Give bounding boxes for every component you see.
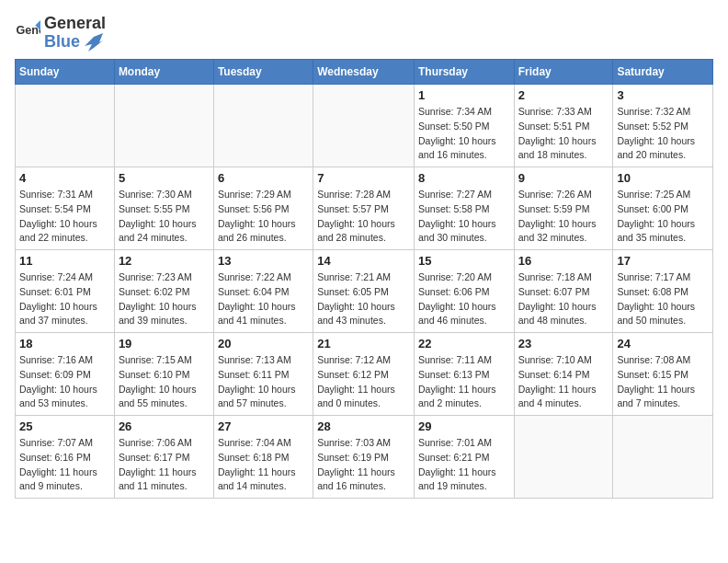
calendar-cell: 17Sunrise: 7:17 AM Sunset: 6:08 PM Dayli… bbox=[613, 250, 713, 333]
day-info: Sunrise: 7:06 AM Sunset: 6:17 PM Dayligh… bbox=[119, 436, 210, 494]
calendar-cell: 19Sunrise: 7:15 AM Sunset: 6:10 PM Dayli… bbox=[114, 333, 213, 416]
calendar-cell bbox=[514, 416, 613, 499]
day-info: Sunrise: 7:23 AM Sunset: 6:02 PM Dayligh… bbox=[119, 270, 210, 328]
logo-blue: Blue bbox=[44, 32, 80, 51]
day-number: 22 bbox=[418, 337, 510, 350]
day-number: 15 bbox=[418, 254, 510, 268]
day-info: Sunrise: 7:33 AM Sunset: 5:51 PM Dayligh… bbox=[518, 105, 609, 163]
day-info: Sunrise: 7:11 AM Sunset: 6:13 PM Dayligh… bbox=[418, 353, 510, 411]
day-info: Sunrise: 7:31 AM Sunset: 5:54 PM Dayligh… bbox=[19, 188, 110, 246]
logo-bird-icon bbox=[85, 33, 103, 52]
day-number: 24 bbox=[617, 337, 709, 350]
day-number: 27 bbox=[218, 419, 309, 433]
day-number: 8 bbox=[418, 171, 510, 185]
calendar-cell bbox=[613, 416, 713, 499]
day-info: Sunrise: 7:18 AM Sunset: 6:07 PM Dayligh… bbox=[518, 270, 609, 328]
day-number: 13 bbox=[218, 254, 309, 268]
day-info: Sunrise: 7:10 AM Sunset: 6:14 PM Dayligh… bbox=[518, 353, 609, 411]
day-number: 1 bbox=[418, 88, 510, 102]
calendar-cell: 5Sunrise: 7:30 AM Sunset: 5:55 PM Daylig… bbox=[114, 167, 213, 250]
day-info: Sunrise: 7:24 AM Sunset: 6:01 PM Dayligh… bbox=[19, 270, 110, 328]
calendar-cell bbox=[313, 85, 415, 167]
calendar-cell: 2Sunrise: 7:33 AM Sunset: 5:51 PM Daylig… bbox=[514, 85, 613, 167]
calendar-cell: 1Sunrise: 7:34 AM Sunset: 5:50 PM Daylig… bbox=[414, 85, 514, 167]
day-info: Sunrise: 7:07 AM Sunset: 6:16 PM Dayligh… bbox=[19, 436, 110, 494]
day-info: Sunrise: 7:12 AM Sunset: 6:12 PM Dayligh… bbox=[317, 353, 410, 411]
day-number: 3 bbox=[617, 88, 709, 102]
calendar-cell: 24Sunrise: 7:08 AM Sunset: 6:15 PM Dayli… bbox=[613, 333, 713, 416]
day-info: Sunrise: 7:03 AM Sunset: 6:19 PM Dayligh… bbox=[317, 436, 410, 494]
calendar-cell bbox=[213, 85, 313, 167]
calendar-cell: 12Sunrise: 7:23 AM Sunset: 6:02 PM Dayli… bbox=[114, 250, 213, 333]
day-number: 25 bbox=[19, 419, 110, 433]
header-saturday: Saturday bbox=[613, 60, 713, 85]
day-info: Sunrise: 7:22 AM Sunset: 6:04 PM Dayligh… bbox=[218, 270, 309, 328]
calendar-cell: 14Sunrise: 7:21 AM Sunset: 6:05 PM Dayli… bbox=[313, 250, 415, 333]
logo-general: General bbox=[44, 14, 106, 32]
header-tuesday: Tuesday bbox=[213, 60, 313, 85]
calendar-week-row: 11Sunrise: 7:24 AM Sunset: 6:01 PM Dayli… bbox=[16, 250, 713, 333]
calendar-table: SundayMondayTuesdayWednesdayThursdayFrid… bbox=[15, 59, 713, 499]
day-number: 16 bbox=[518, 254, 609, 268]
calendar-cell: 26Sunrise: 7:06 AM Sunset: 6:17 PM Dayli… bbox=[114, 416, 213, 499]
calendar-cell: 3Sunrise: 7:32 AM Sunset: 5:52 PM Daylig… bbox=[613, 85, 713, 167]
header-thursday: Thursday bbox=[414, 60, 514, 85]
logo: General General Blue bbox=[15, 15, 106, 52]
calendar-cell: 18Sunrise: 7:16 AM Sunset: 6:09 PM Dayli… bbox=[16, 333, 115, 416]
day-info: Sunrise: 7:08 AM Sunset: 6:15 PM Dayligh… bbox=[617, 353, 709, 411]
day-info: Sunrise: 7:01 AM Sunset: 6:21 PM Dayligh… bbox=[418, 436, 510, 494]
calendar-cell: 29Sunrise: 7:01 AM Sunset: 6:21 PM Dayli… bbox=[414, 416, 514, 499]
calendar-cell: 20Sunrise: 7:13 AM Sunset: 6:11 PM Dayli… bbox=[213, 333, 313, 416]
svg-marker-2 bbox=[85, 33, 103, 52]
day-number: 11 bbox=[19, 254, 110, 268]
calendar-cell: 23Sunrise: 7:10 AM Sunset: 6:14 PM Dayli… bbox=[514, 333, 613, 416]
day-number: 4 bbox=[19, 171, 110, 185]
page-header: General General Blue bbox=[15, 15, 713, 52]
calendar-week-row: 18Sunrise: 7:16 AM Sunset: 6:09 PM Dayli… bbox=[16, 333, 713, 416]
calendar-cell: 22Sunrise: 7:11 AM Sunset: 6:13 PM Dayli… bbox=[414, 333, 514, 416]
day-number: 21 bbox=[317, 337, 410, 350]
day-number: 23 bbox=[518, 337, 609, 350]
calendar-cell: 27Sunrise: 7:04 AM Sunset: 6:18 PM Dayli… bbox=[213, 416, 313, 499]
calendar-week-row: 4Sunrise: 7:31 AM Sunset: 5:54 PM Daylig… bbox=[16, 167, 713, 250]
day-info: Sunrise: 7:16 AM Sunset: 6:09 PM Dayligh… bbox=[19, 353, 110, 411]
day-info: Sunrise: 7:20 AM Sunset: 6:06 PM Dayligh… bbox=[418, 270, 510, 328]
day-number: 7 bbox=[317, 171, 410, 185]
day-number: 26 bbox=[119, 419, 210, 433]
calendar-cell: 6Sunrise: 7:29 AM Sunset: 5:56 PM Daylig… bbox=[213, 167, 313, 250]
day-info: Sunrise: 7:13 AM Sunset: 6:11 PM Dayligh… bbox=[218, 353, 309, 411]
calendar-cell: 21Sunrise: 7:12 AM Sunset: 6:12 PM Dayli… bbox=[313, 333, 415, 416]
day-number: 6 bbox=[218, 171, 309, 185]
day-number: 2 bbox=[518, 88, 609, 102]
day-number: 12 bbox=[119, 254, 210, 268]
calendar-cell: 4Sunrise: 7:31 AM Sunset: 5:54 PM Daylig… bbox=[16, 167, 115, 250]
day-number: 14 bbox=[317, 254, 410, 268]
day-number: 10 bbox=[617, 171, 709, 185]
day-number: 17 bbox=[617, 254, 709, 268]
calendar-header-row: SundayMondayTuesdayWednesdayThursdayFrid… bbox=[16, 60, 713, 85]
header-friday: Friday bbox=[514, 60, 613, 85]
day-info: Sunrise: 7:04 AM Sunset: 6:18 PM Dayligh… bbox=[218, 436, 309, 494]
day-info: Sunrise: 7:29 AM Sunset: 5:56 PM Dayligh… bbox=[218, 188, 309, 246]
day-info: Sunrise: 7:30 AM Sunset: 5:55 PM Dayligh… bbox=[119, 188, 210, 246]
day-info: Sunrise: 7:28 AM Sunset: 5:57 PM Dayligh… bbox=[317, 188, 410, 246]
day-number: 9 bbox=[518, 171, 609, 185]
header-sunday: Sunday bbox=[16, 60, 115, 85]
calendar-cell: 16Sunrise: 7:18 AM Sunset: 6:07 PM Dayli… bbox=[514, 250, 613, 333]
calendar-cell: 15Sunrise: 7:20 AM Sunset: 6:06 PM Dayli… bbox=[414, 250, 514, 333]
calendar-week-row: 1Sunrise: 7:34 AM Sunset: 5:50 PM Daylig… bbox=[16, 85, 713, 167]
calendar-cell: 13Sunrise: 7:22 AM Sunset: 6:04 PM Dayli… bbox=[213, 250, 313, 333]
day-number: 28 bbox=[317, 419, 410, 433]
logo-icon: General bbox=[15, 20, 40, 46]
calendar-cell: 11Sunrise: 7:24 AM Sunset: 6:01 PM Dayli… bbox=[16, 250, 115, 333]
day-number: 18 bbox=[19, 337, 110, 350]
day-info: Sunrise: 7:25 AM Sunset: 6:00 PM Dayligh… bbox=[617, 188, 709, 246]
calendar-cell: 7Sunrise: 7:28 AM Sunset: 5:57 PM Daylig… bbox=[313, 167, 415, 250]
header-monday: Monday bbox=[114, 60, 213, 85]
day-info: Sunrise: 7:17 AM Sunset: 6:08 PM Dayligh… bbox=[617, 270, 709, 328]
day-info: Sunrise: 7:26 AM Sunset: 5:59 PM Dayligh… bbox=[518, 188, 609, 246]
calendar-cell: 8Sunrise: 7:27 AM Sunset: 5:58 PM Daylig… bbox=[414, 167, 514, 250]
calendar-cell bbox=[16, 85, 115, 167]
day-info: Sunrise: 7:15 AM Sunset: 6:10 PM Dayligh… bbox=[119, 353, 210, 411]
day-number: 20 bbox=[218, 337, 309, 350]
